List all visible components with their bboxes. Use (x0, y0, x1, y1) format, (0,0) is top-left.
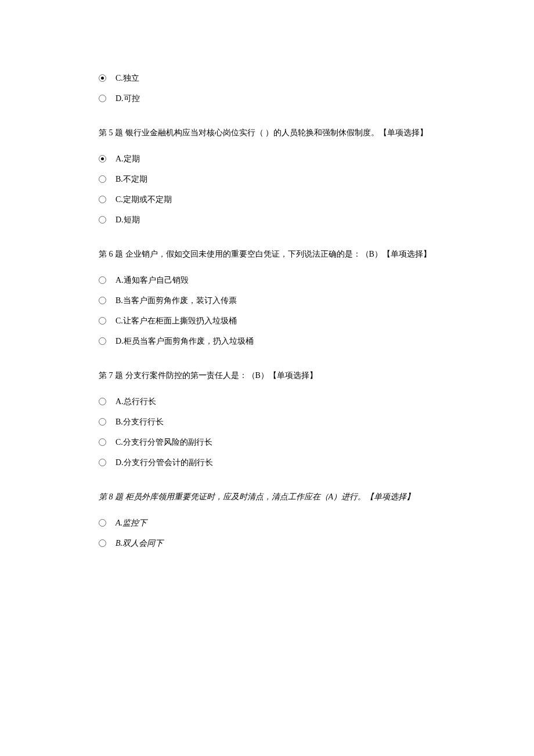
option-label: D.分支行分管会计的副行长 (116, 456, 213, 469)
option-label: B.当客户面剪角作废，装订入传票 (116, 294, 237, 307)
option[interactable]: A.总行行长 (99, 395, 435, 408)
radio-button[interactable] (99, 196, 106, 203)
option-label: B.双人会同下 (116, 537, 163, 549)
option-label: B.分支行行长 (116, 416, 164, 428)
option[interactable]: B.分支行行长 (99, 416, 435, 428)
radio-button[interactable] (99, 216, 106, 224)
option-label: C.独立 (116, 72, 139, 84)
option-label: A.监控下 (116, 517, 147, 529)
question-6: 第 6 题 企业销户，假如交回未使用的重要空白凭证，下列说法正确的是：（B）【单… (99, 248, 435, 260)
radio-button-selected[interactable] (99, 155, 106, 163)
question-8: 第 8 题 柜员外库领用重要凭证时，应及时清点，清点工作应在（A）进行。【单项选… (99, 491, 435, 503)
radio-button[interactable] (99, 438, 106, 446)
radio-button[interactable] (99, 539, 106, 547)
radio-button[interactable] (99, 95, 106, 102)
option[interactable]: B.当客户面剪角作废，装订入传票 (99, 294, 435, 307)
option[interactable]: D.短期 (99, 214, 435, 226)
radio-button[interactable] (99, 418, 106, 426)
radio-button-selected[interactable] (99, 74, 106, 82)
radio-button[interactable] (99, 398, 106, 405)
option-label: A.总行行长 (116, 395, 156, 408)
radio-button[interactable] (99, 276, 106, 284)
option[interactable]: C.让客户在柜面上撕毁扔入垃圾桶 (99, 315, 435, 327)
radio-button[interactable] (99, 337, 106, 345)
option[interactable]: D.分支行分管会计的副行长 (99, 456, 435, 469)
option-label: D.柜员当客户面剪角作废，扔入垃圾桶 (116, 335, 254, 347)
radio-button[interactable] (99, 519, 106, 527)
option-label: D.短期 (116, 214, 140, 226)
radio-button[interactable] (99, 459, 106, 466)
option[interactable]: B.不定期 (99, 173, 435, 185)
option[interactable]: C.独立 (99, 72, 435, 84)
option-label: B.不定期 (116, 173, 147, 185)
radio-button[interactable] (99, 297, 106, 304)
radio-button[interactable] (99, 175, 106, 183)
option[interactable]: C.定期或不定期 (99, 193, 435, 206)
option[interactable]: A.定期 (99, 153, 435, 165)
question-5: 第 5 题 银行业金融机构应当对核心岗位实行（ ）的人员轮换和强制休假制度。【单… (99, 127, 435, 139)
option[interactable]: C.分支行分管风险的副行长 (99, 436, 435, 448)
option[interactable]: A.监控下 (99, 517, 435, 529)
option-label: D.可控 (116, 92, 140, 105)
question-7: 第 7 题 分支行案件防控的第一责任人是：（B）【单项选择】 (99, 369, 435, 381)
option[interactable]: D.可控 (99, 92, 435, 105)
option-label: C.让客户在柜面上撕毁扔入垃圾桶 (116, 315, 237, 327)
option[interactable]: B.双人会同下 (99, 537, 435, 549)
option-label: C.定期或不定期 (116, 193, 172, 206)
radio-button[interactable] (99, 317, 106, 325)
option[interactable]: A.通知客户自己销毁 (99, 274, 435, 286)
option[interactable]: D.柜员当客户面剪角作废，扔入垃圾桶 (99, 335, 435, 347)
option-label: A.通知客户自己销毁 (116, 274, 189, 286)
option-label: C.分支行分管风险的副行长 (116, 436, 212, 448)
option-label: A.定期 (116, 153, 140, 165)
